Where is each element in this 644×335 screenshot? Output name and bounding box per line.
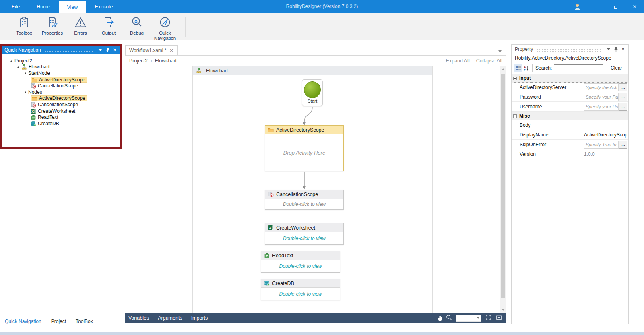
clear-button[interactable]: Clear [605, 64, 627, 72]
panel-close-button[interactable]: ✕ [111, 47, 118, 53]
tree-expander-icon[interactable] [24, 72, 26, 74]
scrollbar-thumb[interactable] [501, 74, 505, 298]
expand-all-link[interactable]: Expand All [446, 58, 470, 64]
expand-collapse-links: Expand All Collapse All [446, 58, 502, 64]
panel-close-button[interactable]: ✕ [620, 46, 626, 52]
property-value-input[interactable]: Specify True to [584, 141, 619, 149]
property-label: Version [520, 149, 536, 159]
node-header[interactable]: CreateDB [261, 279, 340, 288]
chevron-down-icon [99, 49, 102, 51]
tree-item-cancellationscope[interactable]: CancellationScope [2, 101, 120, 108]
document-tabstrip: Workflow1.xaml * ✕ [125, 45, 506, 56]
actual-size-icon[interactable] [495, 314, 502, 322]
tree-expander-icon[interactable] [17, 66, 19, 68]
node-header[interactable]: ReadText [261, 251, 340, 260]
property-section-misc[interactable]: Misc [512, 112, 628, 120]
node-header[interactable]: CancellationScope [265, 190, 343, 199]
fit-to-screen-icon[interactable] [485, 314, 492, 322]
tab-list-dropdown-icon[interactable] [498, 50, 502, 52]
quick-navigation-tree: Project2 FlowchartStartNode ActiveDirect… [2, 54, 120, 147]
collapse-all-link[interactable]: Collapse All [476, 58, 502, 64]
tree-item-nodes[interactable]: Nodes [2, 89, 120, 95]
dock-tab-project[interactable]: Project [46, 316, 71, 327]
toolbox-icon [17, 16, 31, 30]
flowchart-node-createdb[interactable]: CreateDB Double-click to view [261, 279, 340, 300]
ribbon-button-errors[interactable]: Errors [67, 15, 94, 41]
tree-item-startnode[interactable]: StartNode [2, 70, 120, 77]
scrollbar-up-arrow[interactable] [500, 66, 506, 72]
panel-menu-button[interactable] [97, 47, 103, 53]
menu-tab-view[interactable]: View [59, 1, 87, 13]
panel-menu-button[interactable] [605, 46, 612, 52]
property-value-input[interactable]: Specify the Acti [584, 83, 619, 91]
node-header[interactable]: ActiveDirectoryScope [265, 126, 343, 134]
categorized-view-button[interactable] [514, 64, 522, 72]
pan-hand-icon[interactable] [436, 314, 442, 322]
dock-tab-toolbox[interactable]: ToolBox [71, 316, 98, 327]
flowchart-node-activedirectoryscope[interactable]: ActiveDirectoryScope Drop Activity Here [265, 125, 344, 171]
property-row-skiponerror: SkipOnErrorSpecify True to... [512, 140, 628, 149]
panel-pin-button[interactable] [104, 47, 111, 53]
flowchart-node-readtext[interactable]: ReadText Double-click to view [261, 251, 340, 273]
minimize-button[interactable]: — [588, 0, 607, 13]
ellipsis-button[interactable]: ... [619, 83, 627, 91]
zoom-level-select[interactable] [456, 315, 481, 322]
scrollbar-down-arrow[interactable] [500, 306, 506, 313]
ellipsis-button[interactable]: ... [619, 103, 627, 111]
ribbon-button-toolbox[interactable]: Toolbox [10, 15, 38, 41]
flowchart-node-createworksheet[interactable]: X CreateWorksheet Double-click to view [265, 223, 344, 245]
menu-tab-file[interactable]: File [3, 0, 28, 13]
menu-tab-execute[interactable]: Execute [86, 0, 121, 13]
designer-bar-tab-variables[interactable]: Variables [128, 315, 149, 321]
start-node[interactable]: Start [302, 79, 323, 106]
tree-expander-icon[interactable] [24, 91, 26, 93]
tab-close-icon[interactable]: ✕ [169, 48, 173, 53]
tree-expander-icon[interactable] [10, 60, 12, 62]
breadcrumb-project[interactable]: Project2 [129, 58, 148, 64]
user-account-button[interactable] [569, 0, 585, 13]
ribbon-button-debug[interactable]: Debug [123, 15, 151, 41]
close-button[interactable]: ✕ [625, 0, 644, 13]
canvas-vertical-scrollbar[interactable] [500, 66, 506, 313]
flowchart-node-cancellationscope[interactable]: CancellationScope Double-click to view [265, 190, 344, 210]
alphabetical-sort-button[interactable]: A Z [522, 64, 530, 72]
restore-button[interactable] [607, 0, 625, 13]
document-tab-workflow1[interactable]: Workflow1.xaml * ✕ [125, 45, 178, 55]
search-input[interactable] [554, 64, 603, 72]
tree-item-readtext[interactable]: ReadText [2, 114, 120, 120]
tree-item-label: StartNode [28, 70, 50, 76]
collapse-icon[interactable] [513, 114, 517, 118]
tree-item-highlight: ActiveDirectoryScope [31, 77, 87, 83]
ribbon-button-properties[interactable]: Properties [39, 15, 66, 41]
tree-item-createdb[interactable]: CreateDB [2, 120, 120, 127]
node-body-text: Double-click to view [265, 199, 343, 209]
node-header[interactable]: X CreateWorksheet [265, 223, 343, 232]
ribbon-button-output[interactable]: Output [95, 15, 122, 41]
menu-tab-home[interactable]: Home [28, 0, 58, 13]
tree-item-activedirectoryscope[interactable]: ActiveDirectoryScope [2, 95, 120, 102]
tree-item-project2[interactable]: Project2 [2, 58, 120, 64]
property-value[interactable]: ActiveDirectoryScope [584, 130, 627, 140]
designer-bar-tab-arguments[interactable]: Arguments [158, 315, 182, 321]
pin-icon [614, 47, 618, 52]
panel-pin-button[interactable] [613, 46, 619, 52]
flowchart-activity-header[interactable]: Flowchart [193, 66, 432, 75]
robility-designer-window: FileHomeViewExecute RobilityDesigner (Ve… [0, 0, 644, 335]
ribbon-button-quick-navigation[interactable]: Quick Navigation [151, 15, 179, 41]
tree-item-cancellationscope[interactable]: CancellationScope [2, 83, 120, 89]
tree-item-activedirectoryscope[interactable]: ActiveDirectoryScope [2, 77, 120, 83]
property-value-input[interactable]: Specify your Pa [584, 93, 619, 101]
tree-item-createworksheet[interactable]: X CreateWorksheet [2, 108, 120, 114]
window-bottom-strip [0, 332, 644, 335]
tree-item-flowchart[interactable]: Flowchart [2, 64, 120, 70]
property-label: DisplayName [520, 130, 548, 140]
ellipsis-button[interactable]: ... [619, 93, 627, 101]
zoom-magnifier-icon[interactable] [446, 314, 452, 322]
property-value-input[interactable]: Specify your Us [584, 103, 619, 111]
dock-tab-quick-navigation[interactable]: Quick Navigation [0, 316, 46, 327]
designer-bar-tab-imports[interactable]: Imports [191, 315, 208, 321]
property-section-input[interactable]: Input [512, 74, 628, 83]
ellipsis-button[interactable]: ... [619, 141, 627, 149]
breadcrumb-flowchart[interactable]: Flowchart [155, 58, 177, 64]
collapse-icon[interactable] [513, 77, 517, 80]
